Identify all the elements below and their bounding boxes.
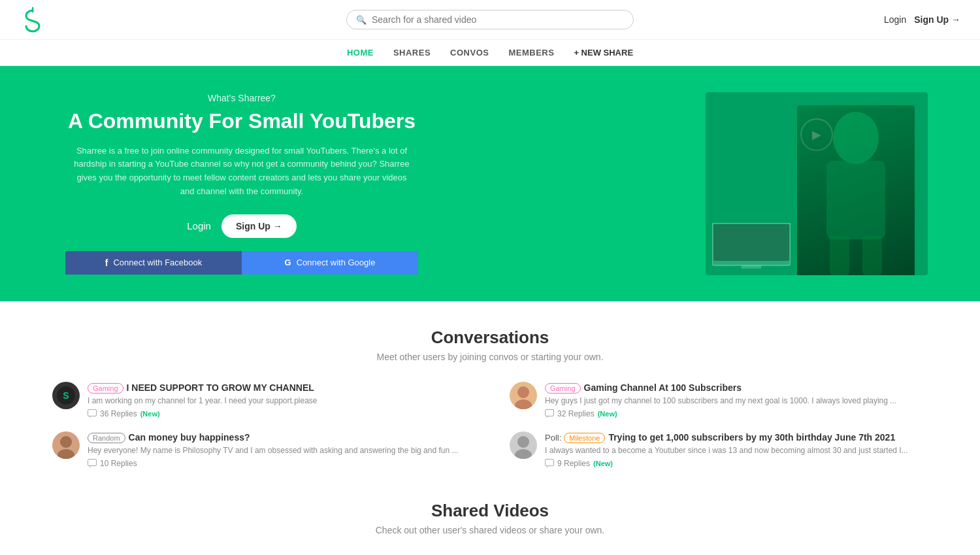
svg-point-14	[60, 436, 72, 448]
conversation-item: Poll:MilestoneTrying to get 1,000 subscr…	[510, 431, 928, 468]
convo-title[interactable]: Gaming Channel At 100 Subscribers	[584, 382, 742, 393]
avatar	[510, 431, 537, 459]
login-link[interactable]: Login	[884, 14, 906, 25]
hero-title: A Community For Small YouTubers	[52, 109, 431, 133]
hero-image: ▶	[706, 92, 928, 275]
svg-rect-19	[546, 460, 554, 466]
search-bar[interactable]: 🔍	[346, 10, 634, 29]
conversation-item: RandomCan money buy happiness? Hey every…	[52, 431, 470, 468]
svg-rect-3	[830, 236, 849, 275]
convo-description: I am working on my channel for 1 year. I…	[88, 395, 318, 407]
convo-description: Hey everyone! My name is Philosophy TV a…	[88, 445, 458, 456]
convo-body: Poll:MilestoneTrying to get 1,000 subscr…	[545, 431, 908, 468]
hero-login-link[interactable]: Login	[187, 220, 211, 231]
convo-replies: 36 Replies (New)	[88, 409, 318, 418]
avatar	[510, 382, 537, 409]
avatar	[52, 431, 80, 459]
nav-convos[interactable]: CONVOS	[450, 48, 489, 58]
header: 🔍 Login Sign Up →	[0, 0, 980, 40]
chat-icon	[88, 409, 97, 418]
svg-rect-10	[88, 410, 97, 416]
new-badge: (New)	[140, 410, 160, 418]
nav-home[interactable]: HOME	[347, 48, 374, 58]
convo-tag: Gaming	[545, 383, 581, 394]
hero-social-buttons: f Connect with Facebook G Connect with G…	[65, 251, 418, 275]
svg-rect-16	[88, 460, 97, 466]
convo-title[interactable]: I NEED SUPPORT TO GROW MY CHANNEL	[127, 382, 314, 393]
svg-text:S: S	[63, 390, 69, 401]
hero-actions: Login Sign Up →	[52, 214, 431, 238]
google-icon: G	[285, 258, 291, 267]
logo-icon	[20, 7, 46, 33]
header-right: Login Sign Up →	[884, 14, 960, 25]
conversations-subtitle: Meet other users by joining convos or st…	[52, 352, 928, 362]
shared-videos-subtitle: Check out other user's shared videos or …	[52, 525, 928, 535]
convo-body: GamingI NEED SUPPORT TO GROW MY CHANNEL …	[88, 382, 318, 418]
hero-image-background: ▶	[706, 92, 928, 275]
poll-prefix: Poll:	[545, 433, 561, 443]
svg-point-12	[515, 399, 532, 409]
new-badge: (New)	[598, 410, 617, 418]
convo-body: RandomCan money buy happiness? Hey every…	[88, 431, 458, 468]
avatar: S	[52, 382, 80, 409]
nav-members[interactable]: MEMBERS	[508, 48, 554, 58]
hero-banner: What's Sharree? A Community For Small Yo…	[0, 66, 980, 301]
convo-replies: 10 Replies	[88, 459, 458, 468]
svg-rect-6	[713, 224, 789, 261]
search-input[interactable]	[372, 14, 624, 25]
svg-rect-7	[742, 265, 761, 269]
conversations-title: Conversations	[52, 328, 928, 348]
svg-rect-2	[826, 161, 885, 239]
facebook-icon: f	[105, 258, 108, 268]
convo-title[interactable]: Trying to get 1,000 subscribers by my 30…	[608, 432, 895, 443]
nav-new-share[interactable]: + NEW SHARE	[574, 48, 633, 58]
convo-description: I always wanted to a become a Youtuber s…	[545, 445, 908, 456]
hero-content: What's Sharree? A Community For Small Yo…	[52, 93, 431, 275]
logo[interactable]	[20, 7, 46, 33]
person-silhouette	[797, 105, 915, 275]
laptop-screen	[712, 223, 791, 269]
hero-description: Sharree is a free to join online communi…	[72, 144, 412, 199]
convo-title[interactable]: Can money buy happiness?	[129, 432, 250, 443]
svg-point-15	[57, 449, 74, 459]
new-badge: (New)	[593, 460, 613, 467]
svg-point-18	[515, 449, 532, 459]
main-nav: HOME SHARES CONVOS MEMBERS + NEW SHARE	[0, 40, 980, 66]
search-icon: 🔍	[356, 15, 367, 25]
convo-tag: Milestone	[564, 433, 605, 443]
convo-replies: 32 Replies (New)	[545, 409, 896, 418]
conversations-section: Conversations Meet other users by joinin…	[0, 301, 980, 494]
chat-icon	[545, 459, 554, 467]
chat-icon	[545, 409, 554, 418]
convo-tag: Gaming	[88, 383, 123, 394]
nav-shares[interactable]: SHARES	[393, 48, 431, 58]
google-connect-button[interactable]: G Connect with Google	[242, 251, 418, 275]
facebook-connect-button[interactable]: f Connect with Facebook	[65, 251, 242, 275]
convo-body: GamingGaming Channel At 100 Subscribers …	[545, 382, 896, 418]
shared-videos-title: Shared Videos	[52, 501, 928, 521]
svg-point-11	[517, 386, 529, 398]
chat-icon	[88, 459, 97, 467]
convo-tag: Random	[88, 433, 125, 443]
signup-button-header[interactable]: Sign Up →	[914, 14, 960, 25]
svg-rect-13	[546, 410, 554, 416]
shared-videos-section: Shared Videos Check out other user's sha…	[0, 494, 980, 555]
convo-description: Hey guys I just got my channel to 100 su…	[545, 395, 896, 407]
convo-replies: 9 Replies (New)	[545, 459, 908, 468]
svg-point-17	[517, 436, 529, 448]
svg-rect-4	[862, 236, 882, 275]
svg-point-1	[833, 112, 879, 164]
conversation-item: GamingGaming Channel At 100 Subscribers …	[510, 382, 928, 418]
hero-subtitle: What's Sharree?	[52, 93, 431, 103]
conversation-item: S GamingI NEED SUPPORT TO GROW MY CHANNE…	[52, 382, 470, 418]
conversations-grid: S GamingI NEED SUPPORT TO GROW MY CHANNE…	[52, 382, 928, 468]
hero-signup-button[interactable]: Sign Up →	[221, 214, 297, 238]
